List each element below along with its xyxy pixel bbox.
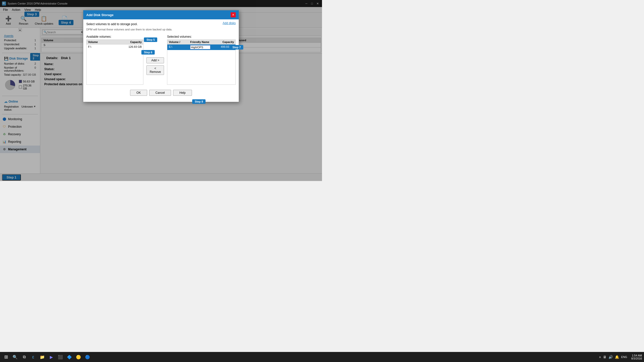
available-volumes-label: Available volumes: xyxy=(86,35,143,38)
available-row-1[interactable]: F:\ 126.93 GB xyxy=(87,44,143,49)
step6-badge: Step 6 xyxy=(141,50,155,55)
sel-row1-friendly[interactable] xyxy=(190,45,213,49)
help-button[interactable]: Help xyxy=(173,90,192,96)
available-volumes-panel: Volume Capacity F:\ 126.93 GB xyxy=(86,39,143,85)
modal-description: Select volumes to add to storage pool. xyxy=(86,22,172,26)
sel-col-volume: Volume / xyxy=(169,40,189,43)
ok-button[interactable]: OK xyxy=(130,90,147,96)
avail-col-capacity: Capacity xyxy=(119,40,142,43)
modal-description2: DPM will format these volumes and use th… xyxy=(86,28,172,31)
modal-panels-container: Available volumes: Volume Capacity F:\ 1… xyxy=(86,35,236,85)
sel-col-capacity: Capacity xyxy=(214,40,234,43)
modal-title-bar: Add Disk Storage ✕ xyxy=(83,10,239,19)
sel-col-friendly: Friendly Name xyxy=(190,40,213,43)
modal-arrow-buttons: x Add > < Remove Step 5 Step 6 xyxy=(146,35,164,85)
avail-col-volume: Volume xyxy=(88,40,117,43)
modal-title-text: Add Disk Storage xyxy=(86,13,113,17)
available-volumes-section: Available volumes: Volume Capacity F:\ 1… xyxy=(86,35,143,85)
remove-volume-button[interactable]: < Remove xyxy=(146,65,164,75)
modal-footer: OK Cancel Help Step 8 xyxy=(86,88,236,99)
add-disk-storage-modal: Add Disk Storage ✕ Select volumes to add… xyxy=(83,10,239,102)
avail-row1-capacity: 126.93 GB xyxy=(119,45,142,48)
step7-badge: Step 7 xyxy=(230,45,243,50)
selected-volumes-label: Selected volumes: xyxy=(167,35,236,38)
add-volume-button[interactable]: Add > xyxy=(146,57,164,63)
modal-close-button[interactable]: ✕ xyxy=(231,12,236,17)
selected-volumes-section: Selected volumes: Volume / Friendly Name… xyxy=(167,35,236,85)
friendly-name-input[interactable] xyxy=(190,45,210,49)
selected-row-1[interactable]: E:\ 499.93 GB xyxy=(167,44,235,50)
step5-badge: Step 5 xyxy=(144,37,157,42)
selected-volumes-panel: Volume / Friendly Name Capacity E:\ 499.… xyxy=(167,39,236,85)
available-panel-header: Volume Capacity xyxy=(87,40,143,44)
modal-overlay: Add Disk Storage ✕ Select volumes to add… xyxy=(0,0,322,181)
modal-body: Select volumes to add to storage pool. D… xyxy=(83,19,239,102)
sel-row1-volume: E:\ xyxy=(169,45,189,49)
step8-badge: Step 8 xyxy=(192,99,206,104)
add-disks-link[interactable]: Add disks xyxy=(223,21,236,25)
cancel-button[interactable]: Cancel xyxy=(149,90,171,96)
avail-row1-volume: F:\ xyxy=(88,45,117,48)
selected-panel-header: Volume / Friendly Name Capacity xyxy=(167,40,235,44)
